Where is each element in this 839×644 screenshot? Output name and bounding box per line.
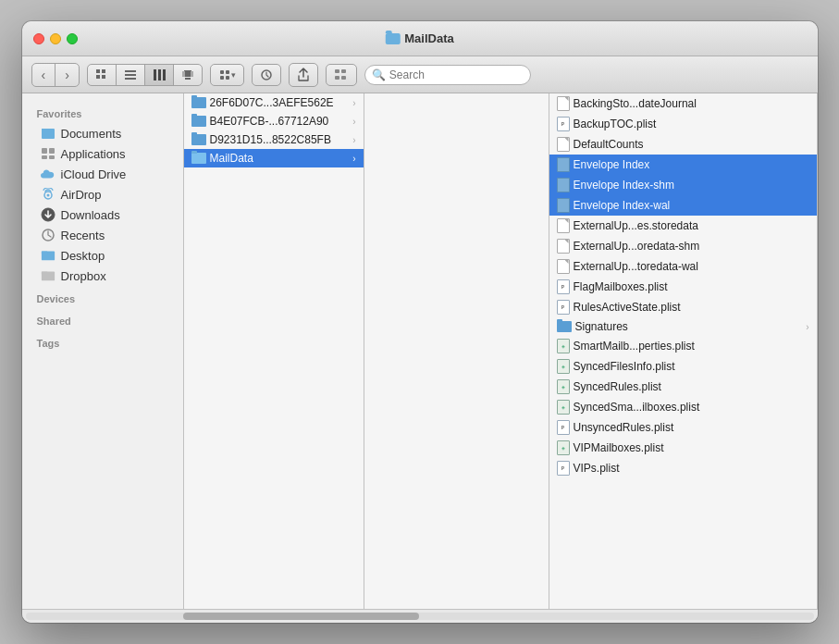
sidebar-item-dropbox[interactable]: Dropbox	[26, 266, 179, 286]
sidebar-item-desktop[interactable]: Desktop	[26, 245, 179, 266]
maximize-button[interactable]	[67, 33, 78, 44]
list-item[interactable]: ExternalUp...es.storedata	[549, 216, 817, 236]
doc-icon	[557, 218, 570, 233]
list-item[interactable]: P RulesActiveState.plist	[549, 297, 817, 317]
list-item[interactable]: P UnsyncedRules.plist	[549, 417, 817, 438]
svg-rect-20	[341, 69, 346, 73]
folder-icon	[191, 153, 206, 164]
item-label: MailData	[210, 152, 253, 165]
list-item[interactable]: ExternalUp...oredata-shm	[549, 236, 817, 256]
list-item[interactable]: ExternalUp...toredata-wal	[549, 256, 817, 277]
list-item[interactable]: P VIPs.plist	[549, 458, 817, 478]
item-label: BackupTOC.plist	[574, 118, 657, 130]
item-label: DefaultCounts	[574, 138, 644, 151]
applications-icon	[41, 146, 56, 161]
sidebar-item-icloud[interactable]: iCloud Drive	[26, 164, 179, 184]
search-input[interactable]	[364, 65, 531, 85]
list-item[interactable]: B4E07FCB-...67712A90 ›	[184, 112, 364, 130]
item-label: BackingSto...dateJournal	[574, 97, 697, 110]
scrollbar-thumb[interactable]	[183, 613, 420, 620]
close-button[interactable]	[33, 33, 44, 44]
arrange-button[interactable]: ▾	[211, 65, 243, 85]
action-button[interactable]	[253, 65, 280, 85]
folder-icon	[191, 116, 206, 127]
svg-rect-24	[42, 129, 47, 131]
doc-icon	[557, 259, 570, 274]
recents-label: Recents	[61, 229, 105, 242]
springboard-button[interactable]	[326, 64, 357, 86]
list-item[interactable]: P BackupTOC.plist	[549, 114, 817, 134]
item-label: SyncedFilesInfo.plist	[574, 360, 675, 373]
applications-label: Applications	[61, 147, 126, 161]
view-icon-button[interactable]	[88, 65, 117, 85]
svg-rect-3	[102, 75, 105, 79]
finder-window: MailData ‹ ›	[22, 21, 818, 623]
svg-rect-10	[184, 70, 191, 77]
list-item[interactable]: MailData ›	[184, 149, 364, 167]
title-folder-icon	[385, 33, 400, 44]
svg-rect-8	[158, 69, 161, 80]
item-label: VIPs.plist	[574, 462, 620, 475]
browser-pane-3: BackingSto...dateJournal P BackupTOC.pli…	[549, 93, 818, 609]
svg-rect-27	[42, 155, 47, 159]
list-item[interactable]: ◈ VIPMailboxes.plist	[549, 438, 817, 458]
list-item[interactable]: Envelope Index-shm	[549, 175, 817, 195]
sidebar-item-recents[interactable]: Recents	[26, 225, 179, 245]
airdrop-icon	[41, 187, 56, 202]
list-item[interactable]: P FlagMailboxes.plist	[549, 277, 817, 297]
item-label: D9231D15...8522C85FB	[210, 133, 331, 146]
view-coverflow-button[interactable]	[174, 65, 202, 85]
dropbox-label: Dropbox	[61, 269, 106, 283]
list-item[interactable]: D9231D15...8522C85FB ›	[184, 130, 364, 149]
list-item[interactable]: Envelope Index-wal	[549, 195, 817, 216]
list-item[interactable]: ◈ SyncedSma...ilboxes.plist	[549, 397, 817, 417]
forward-button[interactable]: ›	[56, 64, 79, 86]
db-icon	[557, 178, 570, 192]
browser-pane-1: 26F6D07C...3AEFE562E › B4E07FCB-...67712…	[184, 93, 364, 609]
devices-label: Devices	[22, 286, 183, 308]
shared-label: Shared	[22, 308, 183, 330]
sidebar-item-downloads[interactable]: Downloads	[26, 204, 179, 225]
doc-icon	[557, 137, 570, 152]
scrollbar-track	[26, 613, 814, 620]
sidebar-item-airdrop[interactable]: AirDrop	[26, 184, 179, 204]
folder-icon	[191, 134, 206, 145]
content-area: Favorites Documents	[22, 93, 818, 609]
downloads-icon	[41, 207, 56, 222]
list-item[interactable]: Envelope Index	[549, 155, 817, 175]
list-item[interactable]: ◈ SyncedRules.plist	[549, 377, 817, 397]
db-icon: ◈	[557, 339, 570, 353]
view-list-button[interactable]	[117, 65, 145, 85]
sidebar-item-applications[interactable]: Applications	[26, 143, 179, 164]
db-icon: ◈	[557, 440, 570, 455]
back-button[interactable]: ‹	[32, 64, 56, 86]
nav-buttons: ‹ ›	[31, 63, 80, 87]
plist-icon: P	[557, 461, 570, 476]
svg-rect-9	[163, 69, 166, 80]
list-item[interactable]: BackingSto...dateJournal	[549, 93, 817, 114]
item-label: Envelope Index	[574, 158, 650, 171]
svg-rect-2	[96, 75, 100, 79]
item-label: VIPMailboxes.plist	[574, 441, 664, 454]
svg-rect-25	[42, 148, 47, 154]
svg-rect-19	[335, 69, 339, 73]
folder-icon	[191, 97, 206, 108]
list-item[interactable]: DefaultCounts	[549, 134, 817, 155]
svg-rect-1	[102, 69, 105, 73]
item-label: 26F6D07C...3AEFE562E	[210, 96, 334, 109]
search-icon: 🔍	[372, 68, 386, 81]
share-button[interactable]	[289, 63, 318, 87]
title-text: MailData	[404, 31, 453, 45]
item-label: ExternalUp...es.storedata	[574, 219, 698, 232]
list-item[interactable]: ◈ SyncedFilesInfo.plist	[549, 356, 817, 377]
chevron-right-icon: ›	[352, 98, 355, 108]
sidebar-item-documents[interactable]: Documents	[26, 123, 179, 143]
svg-rect-16	[220, 76, 224, 80]
list-item[interactable]: ◈ SmartMailb...perties.plist	[549, 336, 817, 356]
view-column-button[interactable]	[145, 65, 174, 85]
list-item[interactable]: Signatures ›	[549, 317, 817, 336]
minimize-button[interactable]	[50, 33, 61, 44]
list-item[interactable]: 26F6D07C...3AEFE562E ›	[184, 93, 364, 112]
svg-rect-11	[182, 71, 185, 77]
svg-rect-6	[125, 78, 136, 80]
